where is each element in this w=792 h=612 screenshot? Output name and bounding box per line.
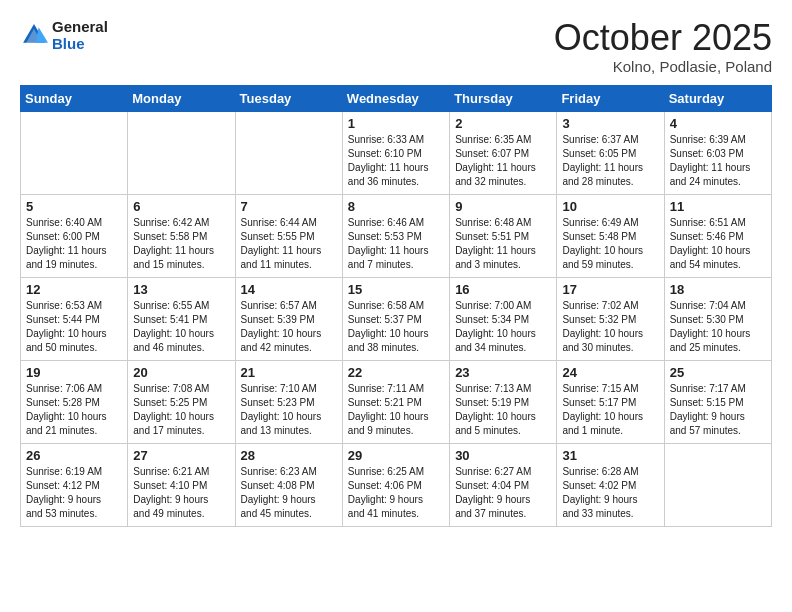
weekday-header: Friday: [557, 85, 664, 111]
day-info: Sunrise: 7:15 AM Sunset: 5:17 PM Dayligh…: [562, 382, 658, 438]
day-number: 24: [562, 365, 658, 380]
weekday-header: Sunday: [21, 85, 128, 111]
weekday-header: Wednesday: [342, 85, 449, 111]
calendar-cell: 12Sunrise: 6:53 AM Sunset: 5:44 PM Dayli…: [21, 277, 128, 360]
calendar-cell: 8Sunrise: 6:46 AM Sunset: 5:53 PM Daylig…: [342, 194, 449, 277]
day-info: Sunrise: 6:19 AM Sunset: 4:12 PM Dayligh…: [26, 465, 122, 521]
svg-marker-2: [36, 27, 48, 43]
day-number: 25: [670, 365, 766, 380]
day-info: Sunrise: 6:37 AM Sunset: 6:05 PM Dayligh…: [562, 133, 658, 189]
calendar-cell: 7Sunrise: 6:44 AM Sunset: 5:55 PM Daylig…: [235, 194, 342, 277]
day-number: 11: [670, 199, 766, 214]
day-number: 28: [241, 448, 337, 463]
calendar-cell: 20Sunrise: 7:08 AM Sunset: 5:25 PM Dayli…: [128, 360, 235, 443]
day-info: Sunrise: 7:11 AM Sunset: 5:21 PM Dayligh…: [348, 382, 444, 438]
calendar-table: SundayMondayTuesdayWednesdayThursdayFrid…: [20, 85, 772, 527]
weekday-header: Saturday: [664, 85, 771, 111]
day-number: 16: [455, 282, 551, 297]
day-number: 18: [670, 282, 766, 297]
day-info: Sunrise: 6:55 AM Sunset: 5:41 PM Dayligh…: [133, 299, 229, 355]
day-number: 9: [455, 199, 551, 214]
logo-text: General Blue: [52, 18, 108, 52]
calendar-week-row: 12Sunrise: 6:53 AM Sunset: 5:44 PM Dayli…: [21, 277, 772, 360]
day-info: Sunrise: 6:49 AM Sunset: 5:48 PM Dayligh…: [562, 216, 658, 272]
calendar-cell: 14Sunrise: 6:57 AM Sunset: 5:39 PM Dayli…: [235, 277, 342, 360]
calendar-cell: 16Sunrise: 7:00 AM Sunset: 5:34 PM Dayli…: [450, 277, 557, 360]
calendar-cell: 31Sunrise: 6:28 AM Sunset: 4:02 PM Dayli…: [557, 443, 664, 526]
day-number: 26: [26, 448, 122, 463]
calendar-cell: 1Sunrise: 6:33 AM Sunset: 6:10 PM Daylig…: [342, 111, 449, 194]
day-info: Sunrise: 7:10 AM Sunset: 5:23 PM Dayligh…: [241, 382, 337, 438]
calendar-cell: [664, 443, 771, 526]
calendar-cell: 30Sunrise: 6:27 AM Sunset: 4:04 PM Dayli…: [450, 443, 557, 526]
calendar-cell: 18Sunrise: 7:04 AM Sunset: 5:30 PM Dayli…: [664, 277, 771, 360]
day-info: Sunrise: 6:27 AM Sunset: 4:04 PM Dayligh…: [455, 465, 551, 521]
weekday-header: Tuesday: [235, 85, 342, 111]
day-info: Sunrise: 6:42 AM Sunset: 5:58 PM Dayligh…: [133, 216, 229, 272]
day-info: Sunrise: 6:28 AM Sunset: 4:02 PM Dayligh…: [562, 465, 658, 521]
calendar-cell: 10Sunrise: 6:49 AM Sunset: 5:48 PM Dayli…: [557, 194, 664, 277]
day-number: 23: [455, 365, 551, 380]
day-info: Sunrise: 6:57 AM Sunset: 5:39 PM Dayligh…: [241, 299, 337, 355]
day-number: 30: [455, 448, 551, 463]
calendar-cell: 3Sunrise: 6:37 AM Sunset: 6:05 PM Daylig…: [557, 111, 664, 194]
day-info: Sunrise: 7:04 AM Sunset: 5:30 PM Dayligh…: [670, 299, 766, 355]
calendar-cell: 24Sunrise: 7:15 AM Sunset: 5:17 PM Dayli…: [557, 360, 664, 443]
day-number: 19: [26, 365, 122, 380]
day-number: 7: [241, 199, 337, 214]
day-info: Sunrise: 6:35 AM Sunset: 6:07 PM Dayligh…: [455, 133, 551, 189]
calendar-cell: 25Sunrise: 7:17 AM Sunset: 5:15 PM Dayli…: [664, 360, 771, 443]
day-number: 20: [133, 365, 229, 380]
calendar-week-row: 26Sunrise: 6:19 AM Sunset: 4:12 PM Dayli…: [21, 443, 772, 526]
calendar-cell: 9Sunrise: 6:48 AM Sunset: 5:51 PM Daylig…: [450, 194, 557, 277]
day-info: Sunrise: 6:51 AM Sunset: 5:46 PM Dayligh…: [670, 216, 766, 272]
calendar-week-row: 1Sunrise: 6:33 AM Sunset: 6:10 PM Daylig…: [21, 111, 772, 194]
day-info: Sunrise: 7:08 AM Sunset: 5:25 PM Dayligh…: [133, 382, 229, 438]
title-block: October 2025 Kolno, Podlasie, Poland: [554, 18, 772, 75]
calendar-cell: 21Sunrise: 7:10 AM Sunset: 5:23 PM Dayli…: [235, 360, 342, 443]
calendar-cell: 6Sunrise: 6:42 AM Sunset: 5:58 PM Daylig…: [128, 194, 235, 277]
day-number: 12: [26, 282, 122, 297]
calendar-cell: 28Sunrise: 6:23 AM Sunset: 4:08 PM Dayli…: [235, 443, 342, 526]
day-info: Sunrise: 6:46 AM Sunset: 5:53 PM Dayligh…: [348, 216, 444, 272]
day-info: Sunrise: 6:48 AM Sunset: 5:51 PM Dayligh…: [455, 216, 551, 272]
month-title: October 2025: [554, 18, 772, 58]
calendar-cell: 5Sunrise: 6:40 AM Sunset: 6:00 PM Daylig…: [21, 194, 128, 277]
day-info: Sunrise: 6:53 AM Sunset: 5:44 PM Dayligh…: [26, 299, 122, 355]
day-number: 4: [670, 116, 766, 131]
day-info: Sunrise: 7:13 AM Sunset: 5:19 PM Dayligh…: [455, 382, 551, 438]
logo: General Blue: [20, 18, 108, 52]
day-number: 5: [26, 199, 122, 214]
day-info: Sunrise: 6:58 AM Sunset: 5:37 PM Dayligh…: [348, 299, 444, 355]
day-info: Sunrise: 7:17 AM Sunset: 5:15 PM Dayligh…: [670, 382, 766, 438]
page: General Blue October 2025 Kolno, Podlasi…: [0, 0, 792, 612]
calendar-header-row: SundayMondayTuesdayWednesdayThursdayFrid…: [21, 85, 772, 111]
weekday-header: Monday: [128, 85, 235, 111]
day-number: 10: [562, 199, 658, 214]
day-number: 15: [348, 282, 444, 297]
location: Kolno, Podlasie, Poland: [554, 58, 772, 75]
calendar-cell: 19Sunrise: 7:06 AM Sunset: 5:28 PM Dayli…: [21, 360, 128, 443]
calendar-cell: 15Sunrise: 6:58 AM Sunset: 5:37 PM Dayli…: [342, 277, 449, 360]
calendar-cell: 17Sunrise: 7:02 AM Sunset: 5:32 PM Dayli…: [557, 277, 664, 360]
header: General Blue October 2025 Kolno, Podlasi…: [20, 18, 772, 75]
day-info: Sunrise: 7:06 AM Sunset: 5:28 PM Dayligh…: [26, 382, 122, 438]
day-number: 14: [241, 282, 337, 297]
day-number: 29: [348, 448, 444, 463]
day-number: 8: [348, 199, 444, 214]
calendar-cell: 29Sunrise: 6:25 AM Sunset: 4:06 PM Dayli…: [342, 443, 449, 526]
calendar-week-row: 5Sunrise: 6:40 AM Sunset: 6:00 PM Daylig…: [21, 194, 772, 277]
calendar-cell: [128, 111, 235, 194]
calendar-cell: 23Sunrise: 7:13 AM Sunset: 5:19 PM Dayli…: [450, 360, 557, 443]
day-info: Sunrise: 6:40 AM Sunset: 6:00 PM Dayligh…: [26, 216, 122, 272]
day-info: Sunrise: 7:02 AM Sunset: 5:32 PM Dayligh…: [562, 299, 658, 355]
day-info: Sunrise: 6:23 AM Sunset: 4:08 PM Dayligh…: [241, 465, 337, 521]
day-info: Sunrise: 6:25 AM Sunset: 4:06 PM Dayligh…: [348, 465, 444, 521]
day-info: Sunrise: 7:00 AM Sunset: 5:34 PM Dayligh…: [455, 299, 551, 355]
day-number: 22: [348, 365, 444, 380]
day-info: Sunrise: 6:33 AM Sunset: 6:10 PM Dayligh…: [348, 133, 444, 189]
day-number: 3: [562, 116, 658, 131]
day-info: Sunrise: 6:21 AM Sunset: 4:10 PM Dayligh…: [133, 465, 229, 521]
calendar-cell: 13Sunrise: 6:55 AM Sunset: 5:41 PM Dayli…: [128, 277, 235, 360]
day-number: 31: [562, 448, 658, 463]
